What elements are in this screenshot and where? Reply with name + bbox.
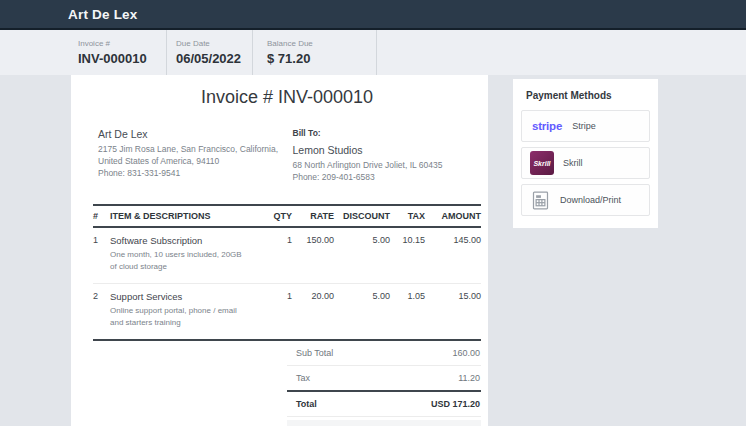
subtotal-row: Sub Total 160.00 <box>287 341 481 366</box>
invoice-summary-bar: Invoice # INV-000010 Due Date 06/05/2022… <box>0 30 746 75</box>
summary-due-date: Due Date 06/05/2022 <box>167 30 253 75</box>
col-header-qty: QTY <box>247 205 292 227</box>
row-amount: 145.00 <box>425 227 481 284</box>
subtotal-label: Sub Total <box>296 348 333 358</box>
table-row: 2 Support Services Online support portal… <box>93 283 481 340</box>
balance-due-row: Balance Due USD 71.20 <box>287 420 481 426</box>
total-row: Total USD 171.20 <box>287 392 481 417</box>
item-name: Support Services <box>110 291 247 302</box>
customer-phone: Phone: 209-401-6583 <box>293 172 482 184</box>
row-rate: 150.00 <box>292 227 334 284</box>
stripe-logo-icon: stripe <box>532 120 562 132</box>
row-num: 2 <box>93 283 110 340</box>
line-items-table: # ITEM & DESCRIPTIONS QTY RATE DISCOUNT … <box>93 204 481 341</box>
row-discount: 5.00 <box>334 283 390 340</box>
bill-to-heading: Bill To: <box>293 128 482 138</box>
item-description: Online support portal, phone / email and… <box>110 305 250 329</box>
top-navbar: Art De Lex <box>0 0 746 30</box>
seller-address: 2175 Jim Rosa Lane, San Francisco, Calif… <box>98 144 292 168</box>
payment-methods-heading: Payment Methods <box>526 90 650 101</box>
table-row: 1 Software Subscription One month, 10 us… <box>93 227 481 284</box>
col-header-num: # <box>93 205 110 227</box>
tax-row: Tax 11.20 <box>287 366 481 392</box>
invoice-title: Invoice # INV-000010 <box>93 87 481 108</box>
col-header-amount: AMOUNT <box>425 205 481 227</box>
invoice-card: Invoice # INV-000010 Art De Lex 2175 Jim… <box>71 75 488 426</box>
total-label: Total <box>296 399 317 409</box>
bill-to-block: Bill To: Lemon Studios 68 North Arlingto… <box>293 128 482 184</box>
pay-with-stripe-button[interactable]: stripe Stripe <box>521 110 650 142</box>
summary-value: 06/05/2022 <box>176 51 252 66</box>
row-tax: 1.05 <box>390 283 425 340</box>
summary-value: INV-000010 <box>78 51 166 66</box>
invoice-document-icon <box>530 190 551 211</box>
item-name: Software Subscription <box>110 235 247 246</box>
row-qty: 1 <box>247 227 292 284</box>
app-title: Art De Lex <box>68 7 138 22</box>
summary-invoice-number: Invoice # INV-000010 <box>78 30 167 75</box>
seller-name: Art De Lex <box>98 128 292 140</box>
totals-section: Sub Total 160.00 Tax 11.20 Total USD 171… <box>287 341 481 426</box>
row-amount: 15.00 <box>425 283 481 340</box>
col-header-discount: DISCOUNT <box>334 205 390 227</box>
tax-value: 11.20 <box>458 373 480 383</box>
skrill-logo-icon: Skrill <box>530 151 554 175</box>
summary-balance-due: Balance Due $ 71.20 <box>253 30 377 75</box>
seller-phone: Phone: 831-331-9541 <box>98 168 292 180</box>
summary-label: Due Date <box>176 39 252 48</box>
item-description: One month, 10 users included, 20GB of cl… <box>110 249 250 273</box>
row-qty: 1 <box>247 283 292 340</box>
summary-label: Invoice # <box>78 39 166 48</box>
summary-value: $ 71.20 <box>267 51 376 66</box>
payment-methods-card: Payment Methods stripe Stripe Skrill Skr… <box>513 79 658 228</box>
total-value: USD 171.20 <box>431 399 480 409</box>
col-header-tax: TAX <box>390 205 425 227</box>
summary-label: Balance Due <box>267 39 376 48</box>
payment-option-label: Skrill <box>563 158 583 168</box>
row-discount: 5.00 <box>334 227 390 284</box>
row-rate: 20.00 <box>292 283 334 340</box>
customer-name: Lemon Studios <box>293 144 482 156</box>
table-header-row: # ITEM & DESCRIPTIONS QTY RATE DISCOUNT … <box>93 205 481 227</box>
seller-address-block: Art De Lex 2175 Jim Rosa Lane, San Franc… <box>93 128 292 184</box>
payment-option-label: Stripe <box>572 121 596 131</box>
customer-address: 68 North Arlington Drive Joliet, IL 6043… <box>293 160 482 172</box>
row-tax: 10.15 <box>390 227 425 284</box>
subtotal-value: 160.00 <box>452 348 480 358</box>
row-num: 1 <box>93 227 110 284</box>
tax-label: Tax <box>296 373 310 383</box>
col-header-rate: RATE <box>292 205 334 227</box>
payment-option-label: Download/Print <box>560 195 621 205</box>
row-item-cell: Support Services Online support portal, … <box>110 283 247 340</box>
invoice-parties: Art De Lex 2175 Jim Rosa Lane, San Franc… <box>93 128 481 184</box>
col-header-item: ITEM & DESCRIPTIONS <box>110 205 247 227</box>
pay-with-skrill-button[interactable]: Skrill Skrill <box>521 147 650 179</box>
download-print-button[interactable]: Download/Print <box>521 184 650 216</box>
row-item-cell: Software Subscription One month, 10 user… <box>110 227 247 284</box>
